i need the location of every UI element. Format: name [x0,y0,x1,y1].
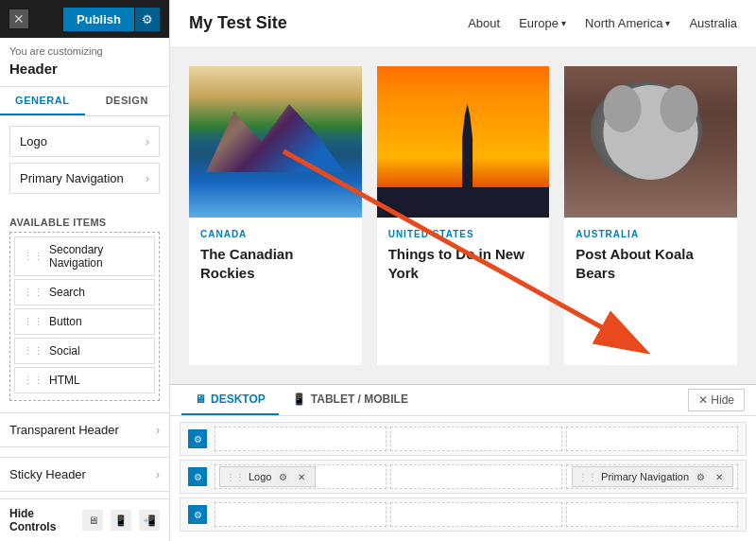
site-title: My Test Site [189,13,287,33]
transparent-header-row[interactable]: Transparent Header › [0,412,169,447]
tablet-view-icon[interactable]: 📱 [111,510,131,531]
drag-handle-icon: ⋮⋮ [578,472,597,482]
view-icons: 🖥 📱 📲 [82,510,160,531]
tab-desktop[interactable]: 🖥 DESKTOP [181,385,279,415]
builder-cells: ⋮⋮ Logo ⚙ ✕ ⋮⋮ Primary Navigation ⚙ [215,464,738,489]
publish-button[interactable]: Publish [63,8,134,31]
primary-nav-widget-label: Primary Navigation [601,471,689,482]
logo-widget: ⋮⋮ Logo ⚙ ✕ [219,466,316,487]
list-item[interactable]: ⋮⋮ Secondary Navigation [14,236,155,276]
drag-handle-icon: ⋮⋮ [226,472,245,482]
blog-card-image-australia [564,66,737,218]
builder-cell-empty [390,464,562,489]
blog-card-image-usa [377,66,550,218]
hide-button[interactable]: ✕ Hide [688,389,745,411]
builder-cell [566,502,738,527]
site-preview: My Test Site About Europe ▾ North Americ… [170,0,756,384]
builder-row: ⚙ ⋮⋮ Logo ⚙ ✕ [180,460,747,494]
site-nav: About Europe ▾ North America ▾ Australia [468,16,737,30]
panel-tabs: GENERAL DESIGN [0,86,169,116]
blog-country-label: UNITED STATES [388,229,539,239]
section-label: Header [0,61,169,86]
list-item[interactable]: ⋮⋮ Search [14,279,155,305]
available-items-list: ⋮⋮ Secondary Navigation ⋮⋮ Search ⋮⋮ But… [9,232,160,401]
blog-card-title: Post About Koala Bears [576,245,726,282]
builder-cell [390,427,562,451]
blog-card-title: The Canadian Rockies [200,245,351,282]
chevron-down-icon: ▾ [665,18,670,28]
row-settings-icon[interactable]: ⚙ [188,429,207,448]
chevron-right-icon: › [156,468,160,481]
builder-cell [566,427,738,451]
drag-handle-icon: ⋮⋮ [23,287,43,299]
publish-bar: ✕ Publish ⚙ [0,0,169,38]
nav-north-america[interactable]: North America ▾ [585,16,670,30]
drag-handle-icon: ⋮⋮ [23,251,43,263]
drag-handle-icon: ⋮⋮ [23,316,43,328]
drag-handle-icon: ⋮⋮ [23,345,43,358]
tablet-icon: 📱 [292,393,306,406]
chevron-right-icon: › [156,424,160,437]
builder-cells [215,427,738,451]
list-item[interactable]: ⋮⋮ HTML [14,367,155,393]
blog-grid: CANADA The Canadian Rockies UNITED STATE… [170,47,756,384]
primary-nav-delete-button[interactable]: ✕ [712,469,727,484]
builder-cell-primary-nav: ⋮⋮ Primary Navigation ⚙ ✕ [566,464,738,489]
chevron-right-icon: › [146,135,149,148]
hide-controls-label: Hide Controls [9,507,71,533]
builder-area: 🖥 DESKTOP 📱 TABLET / MOBILE ✕ Hide ⚙ [170,384,756,541]
nav-australia[interactable]: Australia [689,16,737,30]
primary-nav-widget: ⋮⋮ Primary Navigation ⚙ ✕ [572,466,733,487]
blog-card-usa: UNITED STATES Things to Do in New York [377,66,550,365]
publish-settings-button[interactable]: ⚙ [135,8,160,31]
site-header: My Test Site About Europe ▾ North Americ… [170,0,756,47]
panel-links: Logo › Primary Navigation › [0,116,169,209]
preview-wrapper: My Test Site About Europe ▾ North Americ… [170,0,756,541]
chevron-right-icon: › [146,172,149,185]
logo-delete-button[interactable]: ✕ [294,469,309,484]
logo-row[interactable]: Logo › [9,126,160,157]
nav-europe[interactable]: Europe ▾ [519,16,566,30]
builder-row: ⚙ [180,422,747,456]
builder-cell [215,502,387,527]
row-settings-icon[interactable]: ⚙ [188,505,207,524]
blog-card-canada: CANADA The Canadian Rockies [189,66,362,365]
blog-card-title: Things to Do in New York [388,245,539,282]
builder-row: ⚙ [180,497,747,532]
builder-cell [215,427,387,451]
desktop-icon: 🖥 [195,393,206,406]
builder-rows: ⚙ ⚙ ⋮⋮ Logo ⚙ [170,416,756,541]
builder-tabs: 🖥 DESKTOP 📱 TABLET / MOBILE ✕ Hide [170,385,756,416]
tab-design[interactable]: DESIGN [85,87,170,115]
desktop-view-icon[interactable]: 🖥 [82,510,103,531]
customizing-label: You are customizing [0,38,169,61]
blog-country-label: AUSTRALIA [576,229,726,239]
builder-cell [390,502,562,527]
nav-about[interactable]: About [468,16,500,30]
builder-cell-logo: ⋮⋮ Logo ⚙ ✕ [215,464,387,489]
tab-general[interactable]: GENERAL [0,87,85,115]
primary-nav-row[interactable]: Primary Navigation › [9,163,160,194]
logo-widget-label: Logo [249,471,271,482]
logo-settings-button[interactable]: ⚙ [275,469,290,484]
mobile-view-icon[interactable]: 📲 [139,510,160,531]
left-panel: ✕ Publish ⚙ You are customizing Header G… [0,0,170,541]
blog-card-image-canada [189,66,362,218]
hide-controls-bar: Hide Controls 🖥 📱 📲 [0,498,169,541]
list-item[interactable]: ⋮⋮ Social [14,338,155,364]
sticky-header-row[interactable]: Sticky Header › [0,457,169,492]
chevron-down-icon: ▾ [561,18,566,28]
available-items-label: Available Items [0,209,169,232]
builder-cells [215,502,738,527]
drag-handle-icon: ⋮⋮ [23,375,43,387]
tab-tablet-mobile[interactable]: 📱 TABLET / MOBILE [279,385,421,415]
blog-country-label: CANADA [200,229,351,239]
primary-nav-settings-button[interactable]: ⚙ [693,469,708,484]
close-button[interactable]: ✕ [9,9,28,28]
blog-card-australia: AUSTRALIA Post About Koala Bears [564,66,737,365]
row-settings-icon[interactable]: ⚙ [188,467,207,486]
right-panel: My Test Site About Europe ▾ North Americ… [170,0,756,541]
list-item[interactable]: ⋮⋮ Button [14,308,155,335]
